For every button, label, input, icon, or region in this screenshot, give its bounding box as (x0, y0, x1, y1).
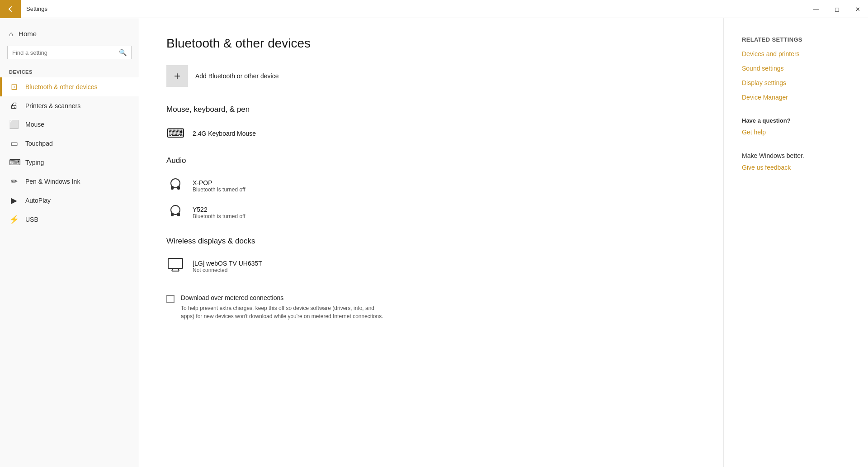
touchpad-icon: ▭ (9, 138, 19, 148)
help-heading: Have a question? (742, 117, 850, 124)
feedback-heading: Make Windows better. (742, 152, 850, 159)
get-help-link[interactable]: Get help (742, 129, 850, 136)
page-title: Bluetooth & other devices (166, 36, 696, 51)
sidebar-item-mouse-label: Mouse (25, 121, 44, 128)
device-keyboard-mouse[interactable]: ⌨ 2.4G Keyboard Mouse (166, 121, 696, 145)
svg-rect-5 (177, 213, 180, 216)
home-label: Home (19, 30, 37, 38)
search-box[interactable]: 🔍 (7, 46, 132, 59)
svg-rect-4 (171, 213, 174, 216)
section-heading-mouse: Mouse, keyboard, & pen (166, 105, 696, 114)
sidebar-item-usb[interactable]: ⚡ USB (0, 210, 139, 229)
add-device-label: Add Bluetooth or other device (195, 72, 278, 80)
title-bar: Settings — ◻ ✕ (0, 0, 868, 18)
device-status-lg: Not connected (193, 267, 262, 273)
tv-icon (166, 257, 184, 275)
add-device-button[interactable]: + Add Bluetooth or other device (166, 65, 696, 87)
window-controls: — ◻ ✕ (806, 0, 868, 18)
search-input[interactable] (8, 47, 114, 59)
sidebar-item-bluetooth[interactable]: ⊡ Bluetooth & other devices (0, 77, 139, 96)
mouse-icon: ⬜ (9, 119, 19, 129)
autoplay-icon: ▶ (9, 195, 19, 205)
device-lg-tv[interactable]: [LG] webOS TV UH635T Not connected (166, 253, 696, 280)
sidebar-item-usb-label: USB (25, 216, 38, 223)
related-settings-heading: Related settings (742, 36, 850, 43)
svg-rect-2 (177, 186, 180, 190)
sidebar-item-mouse[interactable]: ⬜ Mouse (0, 115, 139, 134)
link-sound-settings[interactable]: Sound settings (742, 65, 850, 72)
device-status-y522: Bluetooth is turned off (193, 213, 245, 219)
sidebar-item-bluetooth-label: Bluetooth & other devices (25, 83, 98, 91)
help-section: Have a question? Get help (742, 117, 850, 136)
close-button[interactable]: ✕ (847, 0, 868, 18)
keyboard-icon: ⌨ (166, 126, 184, 141)
sidebar-item-touchpad-label: Touchpad (25, 140, 53, 147)
svg-rect-1 (171, 186, 174, 190)
headphone-icon-1 (166, 177, 184, 195)
app-title: Settings (26, 5, 47, 12)
home-icon: ⌂ (9, 30, 13, 38)
sidebar-item-pen-label: Pen & Windows Ink (25, 178, 80, 185)
sidebar-item-printers[interactable]: 🖨 Printers & scanners (0, 96, 139, 115)
sidebar-item-pen[interactable]: ✏ Pen & Windows Ink (0, 172, 139, 191)
sidebar: ⌂ Home 🔍 Devices ⊡ Bluetooth & other dev… (0, 18, 139, 467)
search-icon: 🔍 (114, 46, 131, 59)
give-feedback-link[interactable]: Give us feedback (742, 164, 850, 171)
maximize-button[interactable]: ◻ (826, 0, 847, 18)
minimize-button[interactable]: — (806, 0, 826, 18)
sidebar-item-autoplay-label: AutoPlay (25, 197, 51, 204)
sidebar-item-typing[interactable]: ⌨ Typing (0, 153, 139, 172)
device-name-keyboard: 2.4G Keyboard Mouse (193, 130, 256, 137)
main-content: Bluetooth & other devices + Add Bluetoot… (139, 18, 723, 467)
add-plus-icon: + (166, 65, 188, 87)
link-display-settings[interactable]: Display settings (742, 79, 850, 86)
sidebar-item-autoplay[interactable]: ▶ AutoPlay (0, 191, 139, 210)
back-button[interactable] (0, 0, 21, 18)
device-name-lg: [LG] webOS TV UH635T (193, 260, 262, 267)
typing-icon: ⌨ (9, 157, 19, 167)
related-settings-panel: Related settings Devices and printers So… (723, 18, 868, 467)
pen-icon: ✏ (9, 176, 19, 186)
sidebar-item-printers-label: Printers & scanners (25, 102, 80, 110)
svg-rect-6 (168, 258, 183, 268)
metered-label: Download over metered connections (181, 294, 389, 301)
device-xpop[interactable]: X-POP Bluetooth is turned off (166, 172, 696, 199)
sidebar-item-typing-label: Typing (25, 159, 44, 166)
device-status-xpop: Bluetooth is turned off (193, 186, 245, 193)
device-name-xpop: X-POP (193, 179, 245, 186)
metered-checkbox[interactable] (166, 295, 175, 303)
usb-icon: ⚡ (9, 214, 19, 224)
link-devices-printers[interactable]: Devices and printers (742, 50, 850, 57)
feedback-section: Make Windows better. Give us feedback (742, 152, 850, 171)
metered-description: To help prevent extra charges, keep this… (181, 304, 389, 320)
device-y522[interactable]: Y522 Bluetooth is turned off (166, 199, 696, 226)
sidebar-section-label: Devices (0, 67, 139, 77)
metered-connection-row: Download over metered connections To hel… (166, 294, 696, 320)
section-heading-wireless: Wireless displays & docks (166, 237, 696, 246)
sidebar-item-touchpad[interactable]: ▭ Touchpad (0, 134, 139, 153)
link-device-manager[interactable]: Device Manager (742, 94, 850, 101)
bluetooth-icon: ⊡ (9, 82, 19, 92)
printer-icon: 🖨 (9, 101, 19, 110)
app-container: ⌂ Home 🔍 Devices ⊡ Bluetooth & other dev… (0, 18, 868, 467)
headphone-icon-2 (166, 204, 184, 221)
section-heading-audio: Audio (166, 156, 696, 165)
sidebar-item-home[interactable]: ⌂ Home (0, 25, 139, 42)
device-name-y522: Y522 (193, 206, 245, 213)
